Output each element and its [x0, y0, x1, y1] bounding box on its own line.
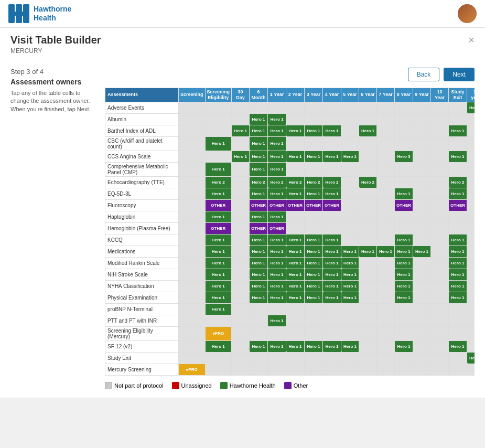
- data-cell-empty[interactable]: [179, 162, 206, 176]
- data-cell-filled[interactable]: Hero 1: [250, 280, 268, 292]
- data-cell-empty[interactable]: [413, 234, 431, 246]
- assessment-name-cell[interactable]: SF-12 (v2): [105, 340, 179, 352]
- data-cell-empty[interactable]: [341, 315, 359, 326]
- data-cell-empty[interactable]: [467, 113, 475, 125]
- data-cell-empty[interactable]: [449, 364, 467, 375]
- data-cell-empty[interactable]: [179, 246, 206, 257]
- assessment-name-cell[interactable]: Mercury Screening: [105, 364, 179, 375]
- data-cell-empty[interactable]: [305, 136, 323, 151]
- data-cell-empty[interactable]: [413, 188, 431, 199]
- data-cell-empty[interactable]: [467, 315, 475, 326]
- data-cell-empty[interactable]: [413, 269, 431, 280]
- data-cell-filled[interactable]: Hero 1: [268, 162, 286, 176]
- data-cell-empty[interactable]: [431, 280, 449, 292]
- data-cell-empty[interactable]: [395, 136, 413, 151]
- data-cell-filled[interactable]: OTHER: [305, 199, 323, 211]
- data-cell-filled[interactable]: OTHER: [205, 199, 232, 211]
- avatar[interactable]: [458, 4, 477, 23]
- data-cell-filled[interactable]: Hero 1: [305, 340, 323, 352]
- data-cell-empty[interactable]: [431, 176, 449, 188]
- data-cell-filled[interactable]: Hero 1: [250, 257, 268, 269]
- data-cell-empty[interactable]: [323, 303, 341, 315]
- data-cell-filled[interactable]: Hero 1: [305, 188, 323, 199]
- data-cell-filled[interactable]: Hero 1: [449, 292, 467, 303]
- data-cell-filled[interactable]: Hero 1: [449, 269, 467, 280]
- data-cell-filled[interactable]: Hero 2: [359, 176, 377, 188]
- data-cell-filled[interactable]: Hero 1: [250, 151, 268, 162]
- data-cell-empty[interactable]: [341, 211, 359, 222]
- data-cell-filled[interactable]: Hero 1: [205, 234, 232, 246]
- data-cell-filled[interactable]: Hero 1: [250, 234, 268, 246]
- data-cell-empty[interactable]: [341, 199, 359, 211]
- data-cell-filled[interactable]: Hero 1: [232, 125, 250, 136]
- data-cell-filled[interactable]: Hero 1: [250, 340, 268, 352]
- assessment-name-cell[interactable]: Medications: [105, 246, 179, 257]
- data-cell-filled[interactable]: Hero 1: [341, 340, 359, 352]
- data-cell-empty[interactable]: [431, 136, 449, 151]
- data-cell-empty[interactable]: [359, 151, 377, 162]
- data-cell-empty[interactable]: [467, 211, 475, 222]
- data-cell-empty[interactable]: [232, 113, 250, 125]
- data-cell-empty[interactable]: [205, 151, 232, 162]
- data-cell-empty[interactable]: [323, 222, 341, 234]
- data-cell-filled[interactable]: Hero 1: [323, 246, 341, 257]
- data-cell-empty[interactable]: [395, 222, 413, 234]
- data-cell-filled[interactable]: Hero 1: [323, 151, 341, 162]
- data-cell-filled[interactable]: Hero 1: [395, 188, 413, 199]
- data-cell-filled[interactable]: Hero 1: [205, 269, 232, 280]
- assessment-name-cell[interactable]: Haptoglobin: [105, 211, 179, 222]
- data-cell-empty[interactable]: [179, 292, 206, 303]
- data-cell-empty[interactable]: [377, 102, 395, 113]
- data-cell-empty[interactable]: [250, 102, 268, 113]
- data-cell-empty[interactable]: [250, 303, 268, 315]
- data-cell-empty[interactable]: [232, 234, 250, 246]
- data-cell-empty[interactable]: [232, 211, 250, 222]
- data-cell-empty[interactable]: [413, 292, 431, 303]
- data-cell-filled[interactable]: Hero 1: [250, 246, 268, 257]
- data-cell-filled[interactable]: Hero 1: [286, 125, 305, 136]
- data-cell-empty[interactable]: [359, 326, 377, 340]
- data-cell-filled[interactable]: Hero 1: [341, 151, 359, 162]
- data-cell-empty[interactable]: [431, 222, 449, 234]
- data-cell-empty[interactable]: [179, 269, 206, 280]
- data-cell-filled[interactable]: Hero 1: [205, 188, 232, 199]
- data-cell-empty[interactable]: [395, 303, 413, 315]
- data-cell-empty[interactable]: [377, 315, 395, 326]
- data-cell-empty[interactable]: [305, 326, 323, 340]
- assessment-name-cell[interactable]: CBC (w/diff and platelet count): [105, 136, 179, 151]
- data-cell-filled[interactable]: Hero 1: [268, 315, 286, 326]
- data-cell-filled[interactable]: Hero 2: [268, 176, 286, 188]
- data-cell-empty[interactable]: [467, 364, 475, 375]
- data-cell-filled[interactable]: Hero 1: [341, 246, 359, 257]
- data-cell-empty[interactable]: [323, 352, 341, 364]
- data-cell-filled[interactable]: Hero 1: [286, 257, 305, 269]
- data-cell-empty[interactable]: [449, 162, 467, 176]
- data-cell-empty[interactable]: [179, 303, 206, 315]
- data-cell-filled[interactable]: Hero 1: [205, 246, 232, 257]
- data-cell-empty[interactable]: [377, 188, 395, 199]
- data-cell-empty[interactable]: [431, 303, 449, 315]
- data-cell-empty[interactable]: [232, 303, 250, 315]
- data-cell-empty[interactable]: [232, 364, 250, 375]
- data-cell-empty[interactable]: [179, 352, 206, 364]
- data-cell-empty[interactable]: [341, 326, 359, 340]
- close-button[interactable]: ×: [468, 34, 475, 46]
- data-cell-filled[interactable]: Hero 1: [395, 280, 413, 292]
- data-cell-empty[interactable]: [413, 199, 431, 211]
- data-cell-filled[interactable]: Hero 1: [449, 257, 467, 269]
- data-cell-filled[interactable]: Hero 1: [205, 136, 232, 151]
- data-cell-filled[interactable]: Hero 1: [205, 340, 232, 352]
- assessment-name-cell[interactable]: Echocardiography (TTE): [105, 176, 179, 188]
- data-cell-empty[interactable]: [323, 113, 341, 125]
- data-cell-empty[interactable]: [286, 364, 305, 375]
- data-cell-empty[interactable]: [359, 364, 377, 375]
- assessment-name-cell[interactable]: Comprehensive Metabolic Panel (CMP): [105, 162, 179, 176]
- data-cell-empty[interactable]: [377, 326, 395, 340]
- data-cell-empty[interactable]: [377, 151, 395, 162]
- data-cell-filled[interactable]: Hero 1: [268, 246, 286, 257]
- data-cell-empty[interactable]: [467, 292, 475, 303]
- data-cell-filled[interactable]: Hero 1: [250, 136, 268, 151]
- data-cell-empty[interactable]: [250, 315, 268, 326]
- data-cell-filled[interactable]: Hero 1: [305, 151, 323, 162]
- data-cell-empty[interactable]: [341, 364, 359, 375]
